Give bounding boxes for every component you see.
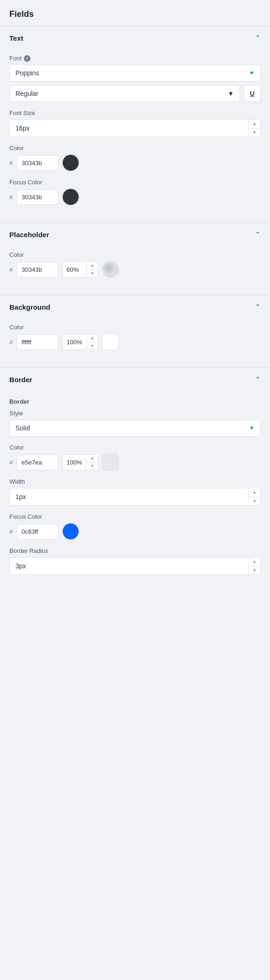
border-color-label: Color bbox=[9, 444, 261, 451]
border-style-field-group: Style Solid ▼ bbox=[9, 410, 261, 436]
background-color-input[interactable] bbox=[16, 334, 58, 350]
font-size-label-text: Font Size bbox=[9, 109, 35, 116]
text-color-field-group: Color # bbox=[9, 145, 261, 171]
border-color-input[interactable] bbox=[16, 455, 58, 470]
background-color-swatch[interactable] bbox=[102, 334, 119, 350]
border-section-body: Border Style Solid ▼ Color # bbox=[0, 392, 270, 592]
placeholder-section-body: Color # ▲ ▼ bbox=[0, 247, 270, 295]
border-radius-field-group: Border Radius ▲ ▼ bbox=[9, 547, 261, 575]
text-section-chevron: ⌃ bbox=[255, 34, 261, 43]
text-focus-color-input[interactable] bbox=[16, 189, 58, 205]
border-radius-input[interactable] bbox=[10, 558, 248, 574]
border-width-input-wrap: ▲ ▼ bbox=[9, 488, 261, 506]
placeholder-color-label-text: Color bbox=[9, 251, 24, 258]
font-size-input[interactable] bbox=[10, 120, 248, 136]
border-focus-color-field-group: Focus Color # bbox=[9, 513, 261, 540]
underline-button[interactable]: U bbox=[244, 85, 261, 102]
border-focus-color-label: Focus Color bbox=[9, 513, 261, 520]
font-label-text: Font bbox=[9, 55, 22, 62]
text-section-header[interactable]: Text ⌃ bbox=[0, 26, 270, 50]
border-section-header[interactable]: Border ⌃ bbox=[0, 368, 270, 392]
background-section-chevron: ⌃ bbox=[255, 303, 261, 312]
font-family-select[interactable]: Poppins ▼ bbox=[9, 65, 261, 81]
text-section-body: Font i Poppins ▼ Regular ▼ U bbox=[0, 50, 270, 222]
background-opacity-up-btn[interactable]: ▲ bbox=[87, 334, 98, 342]
text-focus-color-field-group: Focus Color # bbox=[9, 179, 261, 205]
border-focus-color-row: # bbox=[9, 523, 261, 540]
placeholder-color-input[interactable] bbox=[16, 262, 58, 277]
font-size-input-wrap: ▲ ▼ bbox=[9, 119, 261, 137]
border-section-chevron: ⌃ bbox=[255, 375, 261, 384]
text-color-swatch[interactable] bbox=[62, 154, 79, 171]
font-field-group: Font i Poppins ▼ Regular ▼ U bbox=[9, 55, 261, 102]
placeholder-opacity-up-btn[interactable]: ▲ bbox=[87, 262, 98, 270]
font-size-up-btn[interactable]: ▲ bbox=[249, 120, 260, 129]
border-width-down-btn[interactable]: ▼ bbox=[249, 497, 260, 506]
page-title-text: Fields bbox=[9, 9, 34, 19]
border-subsection-label: Border bbox=[9, 398, 261, 405]
font-label: Font i bbox=[9, 55, 261, 62]
font-size-field-group: Font Size ▲ ▼ bbox=[9, 109, 261, 137]
background-opacity-down-btn[interactable]: ▼ bbox=[87, 342, 98, 350]
font-size-down-btn[interactable]: ▼ bbox=[249, 129, 260, 137]
font-style-arrow: ▼ bbox=[227, 90, 234, 97]
border-focus-color-swatch[interactable] bbox=[62, 523, 79, 540]
font-style-value: Regular bbox=[15, 90, 38, 97]
border-color-label-text: Color bbox=[9, 444, 24, 451]
text-focus-color-row: # bbox=[9, 189, 261, 205]
text-color-input[interactable] bbox=[16, 155, 58, 171]
border-opacity-wrap: ▲ ▼ bbox=[62, 454, 98, 470]
border-width-field-group: Width ▲ ▼ bbox=[9, 478, 261, 506]
background-color-label-text: Color bbox=[9, 324, 24, 331]
border-style-label: Style bbox=[9, 410, 261, 417]
placeholder-section-title: Placeholder bbox=[9, 231, 49, 239]
text-focus-color-hash-prefix: # bbox=[9, 194, 13, 201]
border-style-label-text: Style bbox=[9, 410, 23, 417]
placeholder-section: Placeholder ⌃ Color # ▲ ▼ bbox=[0, 223, 270, 295]
background-hash-prefix: # bbox=[9, 339, 13, 346]
background-opacity-spinner: ▲ ▼ bbox=[86, 334, 98, 349]
border-width-input[interactable] bbox=[10, 489, 248, 505]
border-color-swatch[interactable] bbox=[102, 454, 119, 471]
underline-icon: U bbox=[250, 90, 255, 97]
border-radius-up-btn[interactable]: ▲ bbox=[249, 558, 260, 566]
placeholder-color-swatch[interactable] bbox=[102, 261, 119, 278]
placeholder-hash-prefix: # bbox=[9, 266, 13, 273]
fields-panel: Fields Text ⌃ Font i Poppins ▼ bbox=[0, 0, 270, 592]
font-style-row: Regular ▼ U bbox=[9, 85, 261, 102]
border-section: Border ⌃ Border Style Solid ▼ Color bbox=[0, 368, 270, 592]
font-style-select[interactable]: Regular ▼ bbox=[9, 85, 240, 102]
border-opacity-down-btn[interactable]: ▼ bbox=[87, 463, 98, 470]
font-info-icon[interactable]: i bbox=[24, 55, 30, 62]
border-radius-down-btn[interactable]: ▼ bbox=[249, 566, 260, 575]
text-color-label: Color bbox=[9, 145, 261, 152]
text-color-hash-prefix: # bbox=[9, 160, 13, 167]
border-radius-label-text: Border Radius bbox=[9, 547, 48, 554]
border-focus-hash-prefix: # bbox=[9, 528, 13, 535]
border-style-value: Solid bbox=[15, 424, 30, 432]
background-section: Background ⌃ Color # ▲ ▼ bbox=[0, 295, 270, 368]
font-size-label: Font Size bbox=[9, 109, 261, 116]
background-opacity-input[interactable] bbox=[63, 335, 86, 349]
placeholder-section-header[interactable]: Placeholder ⌃ bbox=[0, 223, 270, 247]
border-focus-color-input[interactable] bbox=[16, 524, 58, 539]
placeholder-opacity-down-btn[interactable]: ▼ bbox=[87, 270, 98, 277]
background-color-row: # ▲ ▼ bbox=[9, 334, 261, 350]
text-section: Text ⌃ Font i Poppins ▼ Regular bbox=[0, 26, 270, 223]
border-opacity-up-btn[interactable]: ▲ bbox=[87, 455, 98, 463]
border-style-select[interactable]: Solid ▼ bbox=[9, 420, 261, 436]
background-opacity-wrap: ▲ ▼ bbox=[62, 334, 98, 350]
border-color-field-group: Color # ▲ ▼ bbox=[9, 444, 261, 471]
background-section-header[interactable]: Background ⌃ bbox=[0, 295, 270, 319]
border-opacity-spinner: ▲ ▼ bbox=[86, 455, 98, 470]
placeholder-opacity-input[interactable] bbox=[63, 262, 86, 277]
border-width-label-text: Width bbox=[9, 478, 25, 485]
border-width-spinner: ▲ ▼ bbox=[248, 488, 260, 505]
border-opacity-input[interactable] bbox=[63, 455, 86, 470]
border-radius-spinner: ▲ ▼ bbox=[248, 558, 260, 574]
border-section-title: Border bbox=[9, 376, 32, 384]
text-focus-color-label: Focus Color bbox=[9, 179, 261, 186]
border-width-up-btn[interactable]: ▲ bbox=[249, 488, 260, 497]
text-focus-color-swatch[interactable] bbox=[62, 189, 79, 205]
border-width-label: Width bbox=[9, 478, 261, 485]
